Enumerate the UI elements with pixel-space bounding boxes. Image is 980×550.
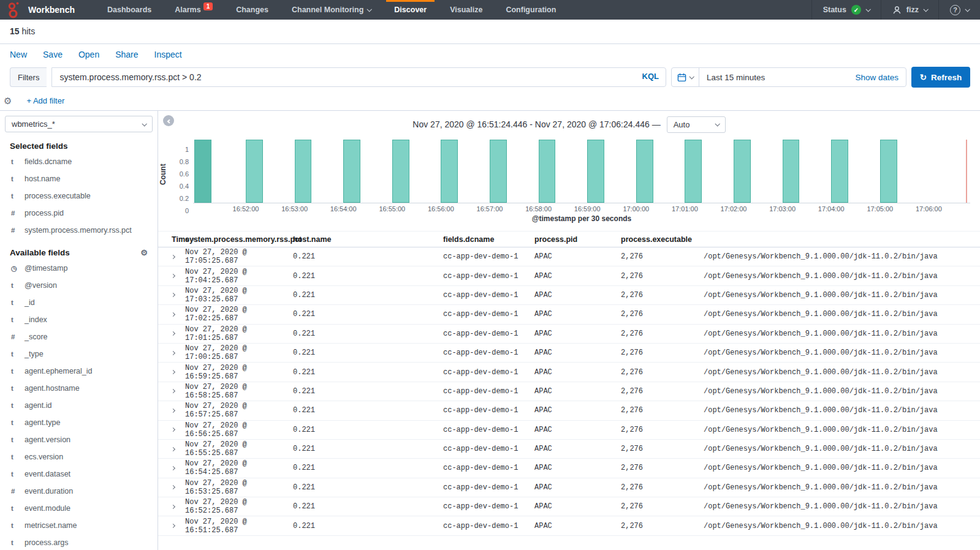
- nav-item[interactable]: Dashboards: [96, 0, 163, 20]
- interval-select[interactable]: Auto: [667, 116, 726, 133]
- cell-dcname: APAC: [534, 406, 621, 415]
- histogram-bar[interactable]: [831, 140, 848, 203]
- histogram-bar[interactable]: [636, 140, 653, 203]
- action-link[interactable]: Share: [115, 50, 138, 59]
- nav-item-label: Discover: [394, 6, 427, 14]
- field-item[interactable]: # process.pid: [0, 205, 158, 222]
- action-link[interactable]: Save: [43, 50, 63, 59]
- column-header[interactable]: host.name: [293, 235, 443, 244]
- field-item[interactable]: t agent.version: [0, 431, 158, 448]
- histogram-bar[interactable]: [490, 140, 507, 203]
- refresh-button[interactable]: ↻ Refresh: [911, 67, 970, 88]
- expand-row-button[interactable]: [172, 486, 185, 489]
- collapse-sidebar-button[interactable]: [163, 115, 174, 126]
- column-header[interactable]: system.process.memory.rss.pct: [185, 235, 293, 244]
- histogram-bar[interactable]: [194, 140, 211, 203]
- field-item[interactable]: # event.duration: [0, 483, 158, 500]
- histogram-bar[interactable]: [246, 140, 263, 203]
- filters-button[interactable]: Filters: [10, 67, 47, 87]
- field-item[interactable]: t host.name: [0, 170, 158, 187]
- field-item[interactable]: t _type: [0, 345, 158, 363]
- column-header[interactable]: process.executable: [621, 235, 704, 244]
- app-title[interactable]: Workbench: [28, 0, 75, 20]
- query-language-button[interactable]: KQL: [642, 72, 659, 81]
- expand-row-button[interactable]: [172, 524, 185, 527]
- cell-host-name: cc-app-dev-demo-1: [443, 406, 534, 415]
- cell-process-pid: 2,276: [621, 445, 704, 453]
- time-range-value[interactable]: Last 15 minutes: [699, 73, 855, 82]
- field-item[interactable]: ◷ @timestamp: [0, 260, 158, 277]
- calendar-button[interactable]: [672, 68, 699, 86]
- column-header[interactable]: fields.dcname: [443, 235, 534, 244]
- field-item[interactable]: t _index: [0, 311, 158, 328]
- expand-row-button[interactable]: [172, 409, 185, 412]
- action-link[interactable]: Open: [78, 50, 99, 59]
- expand-row-button[interactable]: [172, 371, 185, 374]
- expand-row-button[interactable]: [172, 274, 185, 277]
- chevron-right-icon: [171, 524, 175, 528]
- expand-row-button[interactable]: [172, 293, 185, 296]
- help-menu[interactable]: ?: [938, 0, 980, 20]
- field-item[interactable]: t process.args: [0, 534, 158, 550]
- field-item[interactable]: t metricset.name: [0, 517, 158, 534]
- field-type-icon: t: [11, 282, 25, 289]
- field-name: process.pid: [25, 209, 64, 217]
- field-item[interactable]: t event.dataset: [0, 465, 158, 483]
- nav-item[interactable]: Changes: [224, 0, 280, 20]
- expand-row-button[interactable]: [172, 313, 185, 316]
- histogram-bar[interactable]: [392, 140, 409, 203]
- expand-row-button[interactable]: [172, 448, 185, 451]
- expand-row-button[interactable]: [172, 352, 185, 355]
- field-item[interactable]: # system.process.memory.rss.pct: [0, 222, 158, 239]
- histogram-bar[interactable]: [343, 140, 360, 203]
- add-filter-link[interactable]: + Add filter: [26, 96, 64, 105]
- histogram-bar[interactable]: [539, 140, 556, 203]
- field-item[interactable]: t agent.hostname: [0, 380, 158, 397]
- index-pattern-select[interactable]: wbmetrics_*: [5, 116, 153, 132]
- field-item[interactable]: t agent.id: [0, 397, 158, 414]
- filter-settings-gear-icon[interactable]: ⚙: [4, 96, 12, 105]
- nav-item[interactable]: Configuration: [494, 0, 568, 20]
- histogram-bar[interactable]: [685, 140, 702, 203]
- user-menu[interactable]: fizz: [881, 0, 938, 20]
- nav-item[interactable]: Alarms 1: [163, 0, 224, 20]
- table-row: Nov 27, 2020 @ 16:51:25.687 0.221 cc-app…: [158, 516, 980, 535]
- column-header[interactable]: process.pid: [534, 235, 621, 244]
- show-dates-link[interactable]: Show dates: [855, 73, 906, 82]
- histogram-bar[interactable]: [441, 140, 458, 203]
- field-settings-gear-icon[interactable]: ⚙: [140, 249, 148, 257]
- field-item[interactable]: # _score: [0, 328, 158, 345]
- histogram-bar[interactable]: [587, 140, 604, 203]
- histogram-bar[interactable]: [783, 140, 800, 203]
- y-axis-ticks: 10.80.60.40.20: [168, 146, 193, 214]
- expand-row-button[interactable]: [172, 332, 185, 335]
- field-item[interactable]: t fields.dcname: [0, 153, 158, 170]
- field-name: host.name: [25, 175, 60, 183]
- genesys-logo-icon[interactable]: [0, 0, 28, 20]
- status-menu[interactable]: Status ✓: [811, 0, 881, 20]
- field-item[interactable]: t ecs.version: [0, 448, 158, 465]
- histogram-bar[interactable]: [734, 140, 751, 203]
- column-header[interactable]: Time ▾: [172, 235, 185, 244]
- field-item[interactable]: t agent.ephemeral_id: [0, 363, 158, 380]
- field-item[interactable]: t @version: [0, 277, 158, 294]
- action-link[interactable]: Inspect: [154, 50, 182, 59]
- field-item[interactable]: t process.executable: [0, 187, 158, 205]
- expand-row-button[interactable]: [172, 467, 185, 470]
- field-item[interactable]: t event.module: [0, 500, 158, 517]
- action-link[interactable]: New: [10, 50, 27, 59]
- expand-row-button[interactable]: [172, 428, 185, 431]
- query-input[interactable]: [51, 67, 666, 87]
- field-item[interactable]: t agent.type: [0, 414, 158, 431]
- nav-item-label: Alarms: [175, 6, 200, 14]
- expand-row-button[interactable]: [172, 255, 185, 258]
- expand-row-button[interactable]: [172, 390, 185, 393]
- nav-item[interactable]: Discover: [382, 0, 438, 20]
- expand-row-button[interactable]: [172, 505, 185, 508]
- histogram-bar[interactable]: [880, 140, 897, 203]
- cell-process-executable: /opt/Genesys/Workbench_9.1.000.00/jdk-11…: [704, 310, 980, 318]
- nav-item[interactable]: Channel Monitoring: [280, 0, 382, 20]
- histogram-bar[interactable]: [295, 140, 312, 203]
- field-item[interactable]: t _id: [0, 294, 158, 311]
- nav-item[interactable]: Visualize: [438, 0, 494, 20]
